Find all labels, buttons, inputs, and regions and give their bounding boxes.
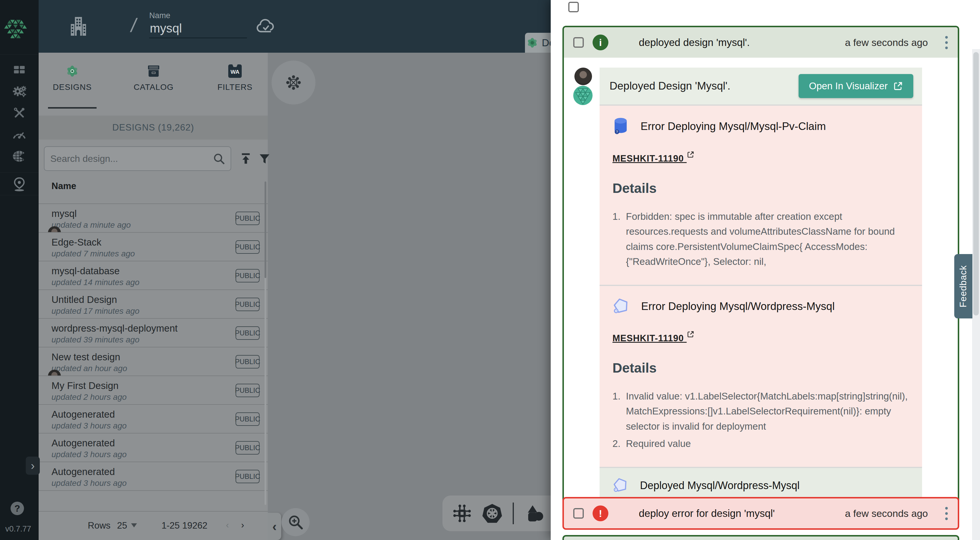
canvas-node-mysql[interactable] xyxy=(272,61,315,105)
design-name: mysql-database xyxy=(51,266,120,277)
visibility-badge[interactable]: PUBLIC xyxy=(235,298,259,311)
notification-card-partial[interactable] xyxy=(562,535,959,540)
design-name: mysql xyxy=(51,208,77,219)
open-in-visualizer-button[interactable]: Open In Visualizer xyxy=(799,74,913,98)
column-header-name: Name xyxy=(51,181,76,191)
visibility-badge[interactable]: PUBLIC xyxy=(235,355,259,368)
sidebar-item-kanvas[interactable] xyxy=(0,174,39,195)
success-title: Deployed Mysql/Wordpress-Mysql xyxy=(640,479,800,492)
feedback-label: Feedback xyxy=(958,265,969,307)
visibility-badge[interactable]: PUBLIC xyxy=(235,441,259,454)
design-row-edge-stack[interactable]: Edge-Stack updated 7 minutes ago PUBLIC xyxy=(39,232,268,261)
meshery-logo[interactable] xyxy=(3,16,27,40)
sidebar-item-dashboard[interactable] xyxy=(0,59,39,81)
design-updated: updated 14 minutes ago xyxy=(51,278,139,287)
sidebar-item-lifecycle[interactable] xyxy=(0,81,39,102)
search-box xyxy=(44,147,231,171)
tab-catalog[interactable]: CATALOG xyxy=(126,64,181,108)
notification-menu-button[interactable] xyxy=(944,36,948,49)
prev-page-button[interactable]: ‹ xyxy=(226,520,229,529)
dock-divider xyxy=(513,503,514,524)
visibility-badge[interactable]: PUBLIC xyxy=(235,384,259,397)
design-updated: updated 2 hours ago xyxy=(51,392,127,402)
design-name: Autogenerated xyxy=(51,466,115,477)
meshkit-issue-link[interactable]: MESHKIT-11190 xyxy=(612,151,694,164)
visibility-badge[interactable]: PUBLIC xyxy=(235,327,259,340)
design-name: Autogenerated xyxy=(51,409,115,420)
shapes-icon[interactable] xyxy=(524,504,544,523)
notification-checkbox[interactable] xyxy=(573,37,584,48)
tab-designs[interactable]: DESIGNS xyxy=(45,64,100,108)
design-canvas[interactable]: ‹ xyxy=(268,53,551,540)
help-button[interactable]: ? xyxy=(11,502,24,515)
cloud-saved-icon xyxy=(256,18,275,35)
list-end-divider xyxy=(39,490,268,491)
sidebar-expand-button[interactable]: › xyxy=(26,457,40,475)
drawer-scrollbar[interactable] xyxy=(972,49,980,540)
visibility-badge[interactable]: PUBLIC xyxy=(235,269,259,282)
zoom-in-icon xyxy=(287,514,304,530)
caret-down-icon xyxy=(131,519,137,530)
error-title: Error Deploying Mysql/Wordpress-Mysql xyxy=(641,300,835,312)
visibility-badge[interactable]: PUBLIC xyxy=(235,212,259,225)
notification-center-drawer: i deployed design 'mysql'. a few seconds… xyxy=(551,0,980,540)
error-details-list: Invalid value: v1.LabelSelector{MatchLab… xyxy=(612,389,909,451)
list-scrollbar[interactable] xyxy=(264,182,266,505)
error-title: Error Deploying Mysql/Mysql-Pv-Claim xyxy=(641,120,826,132)
performance-dial-icon xyxy=(12,129,26,140)
rows-per-page-select[interactable]: 25 xyxy=(117,520,137,531)
panel-collapse-button[interactable]: ‹ xyxy=(268,513,281,540)
design-row-untitled[interactable]: Untitled Design updated 17 minutes ago P… xyxy=(39,290,268,319)
design-row-wordpress[interactable]: wordpress-mysql-deployment updated 39 mi… xyxy=(39,318,268,347)
design-swirl-icon xyxy=(526,37,538,49)
sidebar-item-performance[interactable] xyxy=(0,124,39,145)
help-icon: ? xyxy=(14,503,20,514)
next-page-button[interactable]: › xyxy=(241,520,244,529)
actor-avatars xyxy=(574,68,595,105)
design-row-autogen-3[interactable]: Autogenerated updated 3 hours ago PUBLIC xyxy=(39,462,268,491)
design-name-input[interactable] xyxy=(149,21,247,36)
organization-icon[interactable] xyxy=(67,14,90,38)
deployed-design-row: Deployed Design 'Mysql'. Open In Visuali… xyxy=(600,68,922,105)
upload-design-button[interactable] xyxy=(238,150,254,167)
sidebar-item-configuration[interactable] xyxy=(0,102,39,124)
notification-card-deploy-error[interactable]: ! deploy error for design 'mysql' a few … xyxy=(562,497,959,530)
notification-header[interactable]: i deployed design 'mysql'. a few seconds… xyxy=(564,27,958,58)
meshkit-issue-link[interactable]: MESHKIT-11190 xyxy=(612,330,694,344)
design-row-mysql-database[interactable]: mysql-database updated 14 minutes ago PU… xyxy=(39,261,268,290)
external-link-icon xyxy=(893,81,903,91)
feedback-tab[interactable]: Feedback xyxy=(954,254,972,319)
visibility-badge[interactable]: PUBLIC xyxy=(235,240,259,254)
tab-filters-label: FILTERS xyxy=(218,83,253,92)
owner-avatar xyxy=(48,370,61,376)
meshery-app: / Name Design xyxy=(0,0,980,540)
funnel-icon xyxy=(258,152,271,165)
search-icon[interactable] xyxy=(212,152,225,165)
sidebar-item-extensions[interactable] xyxy=(0,145,39,167)
kanvas-pin-icon xyxy=(13,177,26,192)
notification-menu-button[interactable] xyxy=(944,507,948,520)
components-chip-icon[interactable] xyxy=(452,504,472,523)
visibility-badge[interactable]: PUBLIC xyxy=(235,413,259,426)
design-row-autogen-2[interactable]: Autogenerated updated 3 hours ago PUBLIC xyxy=(39,433,268,462)
notification-title: deploy error for design 'mysql' xyxy=(639,508,775,519)
select-all-notifications-checkbox[interactable] xyxy=(568,2,579,12)
tab-filters[interactable]: WA FILTERS xyxy=(207,64,263,108)
active-tab-underline xyxy=(48,107,97,108)
app-version: v0.7.77 xyxy=(5,524,31,534)
designs-panel: DESIGNS CATALOG WA FILTERS xyxy=(39,53,268,540)
design-updated: updated 17 minutes ago xyxy=(51,306,139,316)
zoom-in-button[interactable] xyxy=(282,508,310,536)
filter-designs-button[interactable] xyxy=(256,150,273,167)
notification-checkbox[interactable] xyxy=(573,508,584,519)
visibility-badge[interactable]: PUBLIC xyxy=(235,470,259,483)
design-row-autogen-1[interactable]: Autogenerated updated 3 hours ago PUBLIC xyxy=(39,404,268,433)
designs-count-header: DESIGNS (19,262) xyxy=(39,116,268,140)
search-design-input[interactable] xyxy=(50,153,212,164)
details-heading: Details xyxy=(612,360,909,376)
design-row-new-test[interactable]: New test design updated an hour ago PUBL… xyxy=(39,347,268,376)
user-avatar xyxy=(574,68,592,85)
design-row-mysql[interactable]: mysql updated a minute ago PUBLIC xyxy=(39,204,268,233)
kubernetes-icon[interactable] xyxy=(482,503,503,524)
design-row-my-first[interactable]: My First Design updated 2 hours ago PUBL… xyxy=(39,376,268,405)
